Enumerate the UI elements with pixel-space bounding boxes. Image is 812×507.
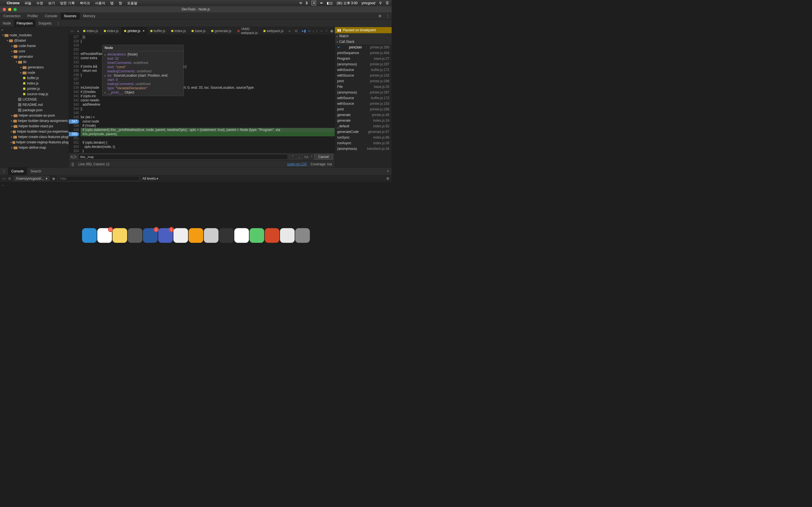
search-prev-icon[interactable]: ⌃ — [290, 155, 296, 159]
stack-frossleep[interactable]: generateprinter.js:45 — [335, 112, 392, 118]
dock-icon[interactable] — [204, 228, 218, 243]
resume-icon[interactable]: ▸▮ — [302, 29, 306, 33]
tree-item[interactable]: package.json — [0, 107, 68, 113]
tree-item[interactable]: buffer.js — [0, 75, 68, 80]
file-tab[interactable]: index.js — [168, 27, 189, 35]
user-name[interactable]: ymcgood — [361, 1, 375, 5]
dock-icon[interactable] — [265, 228, 280, 243]
menu-bookmarks[interactable]: 북마크 — [80, 1, 90, 6]
levels-selector[interactable]: All levels ▾ — [142, 177, 158, 180]
menu-help[interactable]: 도움말 — [127, 1, 137, 6]
console-body[interactable]: › — [0, 182, 392, 231]
console-gear-icon[interactable]: ⚙ — [386, 177, 389, 180]
menu-file[interactable]: 파일 — [24, 1, 31, 6]
dock-icon[interactable] — [295, 228, 310, 243]
console-sidebar-icon[interactable]: ▭ — [2, 177, 5, 180]
wifi-icon[interactable]: ⚮ — [320, 1, 323, 5]
subtab-node[interactable]: Node — [0, 20, 14, 27]
tab-sources[interactable]: Sources — [61, 12, 80, 20]
source-link[interactable]: node:vm:133 — [287, 162, 306, 166]
tree-item[interactable]: ▾generator — [0, 54, 68, 59]
tab-profiler[interactable]: Profiler — [24, 12, 42, 20]
input-icon[interactable]: A — [312, 1, 316, 5]
drawer-tab-search[interactable]: Search — [27, 168, 45, 175]
dock-icon[interactable] — [189, 228, 203, 243]
file-tab[interactable]: index.js — [80, 27, 101, 35]
drawer-close-icon[interactable]: × — [384, 169, 392, 173]
subtab-filesystem[interactable]: Filesystem — [14, 20, 36, 27]
menu-window[interactable]: 창 — [119, 1, 122, 6]
stack-frossleep[interactable]: generateCodegenerate.js:57 — [335, 129, 392, 135]
file-tab[interactable]: index.js — [101, 27, 121, 35]
filter-input[interactable] — [58, 176, 140, 181]
subtab-snippets[interactable]: Snippets — [36, 20, 54, 27]
match-case-icon[interactable]: Aa — [304, 155, 308, 159]
tree-item[interactable]: ▾lib — [0, 59, 68, 64]
context-selector[interactable]: /Users/ymcgood/...▾ — [14, 176, 49, 181]
dock-icon[interactable] — [82, 228, 97, 243]
search-input[interactable] — [79, 154, 288, 160]
menu-tab[interactable]: 탭 — [110, 1, 114, 6]
zoom-light[interactable] — [13, 8, 17, 11]
gear-icon[interactable]: ⚙ — [376, 14, 384, 18]
stack-frossleep[interactable]: printJoinprinter.js:350 — [335, 45, 392, 50]
dock-icon[interactable]: 1 — [143, 228, 158, 243]
tree-item[interactable]: ▸generators — [0, 64, 68, 70]
file-tab[interactable]: ⊗VM92 webpack.js — [234, 27, 260, 35]
tree-item[interactable]: ▾node_modules — [0, 33, 68, 38]
stack-frossleep[interactable]: printprinter.js:286 — [335, 78, 392, 84]
dock-icon[interactable]: 1 — [158, 228, 173, 243]
dock-icon[interactable] — [250, 228, 264, 243]
minimize-light[interactable] — [8, 8, 11, 11]
tree-item[interactable]: ▸node — [0, 70, 68, 75]
menu-people[interactable]: 사용자 — [95, 1, 105, 6]
tree-item[interactable]: ▸code-frame — [0, 43, 68, 48]
dock-icon[interactable] — [128, 228, 142, 243]
subtab-more-icon[interactable]: ⋮ — [54, 21, 62, 25]
tree-item[interactable]: README.md — [0, 102, 68, 107]
dock-icon[interactable] — [173, 228, 188, 243]
filetabs-prev-icon[interactable]: ◂ — [75, 29, 80, 33]
drawer-kebab-icon[interactable]: ⋮ — [0, 169, 8, 173]
step-over-icon[interactable]: ⤻ — [308, 29, 311, 33]
gutter[interactable]: 3273283293303313323333343353363373383393… — [69, 35, 81, 153]
tree-item[interactable]: ▸helper-create-regexp-features-plug — [0, 139, 68, 145]
cancel-button[interactable]: Cancel — [314, 154, 333, 160]
tab-connection[interactable]: Connection — [0, 12, 24, 20]
step-into-icon[interactable]: ↓ — [312, 29, 314, 33]
filetabs-more-icon[interactable]: » — [286, 29, 293, 33]
tree-item[interactable]: ▸helper-annotate-as-pure — [0, 113, 68, 118]
dock-icon[interactable] — [112, 228, 127, 243]
file-tab[interactable]: printer.js× — [121, 27, 147, 35]
tree-item[interactable]: ▸helper-define-map — [0, 145, 68, 150]
stack-frossleep[interactable]: generateindex.js:24 — [335, 118, 392, 123]
menu-icon[interactable]: ☰ — [386, 1, 389, 5]
tree-item[interactable]: ▸helper-create-class-features-plugi — [0, 134, 68, 139]
dock-icon[interactable] — [234, 228, 249, 243]
deactivate-bp-icon[interactable]: ⟋ — [325, 29, 328, 33]
status-icon[interactable]: ⟲ — [299, 1, 302, 5]
watch-section[interactable]: ▸Watch — [335, 33, 392, 39]
file-tab[interactable]: webpack.js — [260, 27, 286, 35]
close-light[interactable] — [3, 8, 6, 11]
filetabs-expand-icon[interactable]: ⧉ — [293, 29, 300, 33]
tab-memory[interactable]: Memory — [80, 12, 99, 20]
app-name[interactable]: Chrome — [7, 1, 19, 5]
search-next-icon[interactable]: ⌄ — [296, 155, 302, 159]
stack-frossleep[interactable]: (anonymous)printer.js:287 — [335, 90, 392, 95]
tree-item[interactable]: index.js — [0, 80, 68, 86]
stack-frossleep[interactable]: withSourcebuffer.js:172 — [335, 95, 392, 101]
clear-console-icon[interactable]: ⊘ — [8, 177, 11, 180]
pause-exc-icon[interactable]: ◉ — [330, 29, 333, 33]
tree-item[interactable]: ▸helper-builder-react-jsx-experimen — [0, 129, 68, 134]
tree-item[interactable]: ▾@babel — [0, 38, 68, 43]
stack-frossleep[interactable]: withSourcebuffer.js:172 — [335, 67, 392, 73]
tree-item[interactable]: printer.js — [0, 86, 68, 91]
dollar-icon[interactable]: $ — [306, 1, 308, 5]
tree-item[interactable]: source-map.js — [0, 91, 68, 97]
stack-frossleep[interactable]: printSequenceprinter.js:404 — [335, 50, 392, 56]
stack-frossleep[interactable]: _defaultindex.js:92 — [335, 123, 392, 129]
battery-icon[interactable]: ▮▯▯ — [327, 1, 333, 5]
code-editor[interactable]: 3273283293303313323333343353363373383393… — [69, 35, 335, 153]
step-out-icon[interactable]: ↑ — [316, 29, 318, 33]
